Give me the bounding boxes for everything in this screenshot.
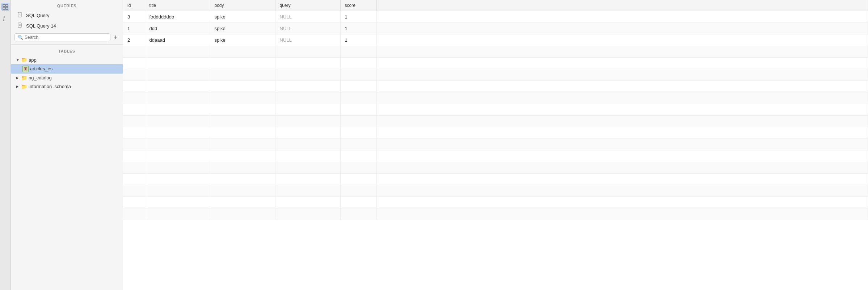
- folder-icon: 📁: [21, 57, 27, 63]
- cell-empty: [376, 174, 868, 185]
- cell-empty: [123, 116, 145, 127]
- search-input[interactable]: [25, 35, 107, 40]
- cell-empty: [145, 127, 210, 139]
- tree-group-information-schema[interactable]: ▶ 📁 information_schema: [11, 82, 123, 91]
- svg-rect-1: [6, 4, 8, 7]
- cell-empty: [275, 58, 340, 69]
- grid-icon-button[interactable]: [1, 3, 9, 11]
- svg-text:SQL: SQL: [19, 24, 22, 26]
- query-item-2[interactable]: SQL SQL Query 14: [11, 21, 123, 31]
- cell-empty: [340, 185, 376, 197]
- query-label-1: SQL Query: [26, 13, 50, 18]
- query-item-1[interactable]: SQL SQL Query: [11, 10, 123, 21]
- sidebar-divider: [11, 44, 123, 45]
- cell-empty: [145, 185, 210, 197]
- query-label-2: SQL Query 14: [26, 23, 56, 29]
- icon-sidebar: f: [0, 0, 11, 290]
- chevron-down-icon: ▼: [16, 58, 20, 62]
- cell-empty: [123, 92, 145, 104]
- cell-score: 1: [340, 23, 376, 34]
- cell-empty: [275, 208, 340, 220]
- col-header-title: title: [145, 0, 210, 11]
- cell-empty: [145, 208, 210, 220]
- cell-extra: [376, 23, 868, 34]
- cell-empty: [340, 150, 376, 162]
- cell-empty: [340, 104, 376, 116]
- table-row[interactable]: 2 ddaaad spike NULL 1: [123, 34, 868, 46]
- cell-empty: [275, 150, 340, 162]
- tree-group-app[interactable]: ▼ 📁 app: [11, 55, 123, 64]
- cell-empty: [340, 46, 376, 58]
- table-label-articles-es: articles_es: [30, 66, 52, 71]
- group-label-pg-catalog: pg_catalog: [29, 75, 52, 80]
- cell-empty: [275, 46, 340, 58]
- table-row-empty: [123, 46, 868, 58]
- col-header-id: id: [123, 0, 145, 11]
- cell-empty: [145, 46, 210, 58]
- cell-empty: [145, 174, 210, 185]
- tree-group-pg-catalog[interactable]: ▶ 📁 pg_catalog: [11, 74, 123, 82]
- function-icon-button[interactable]: f: [1, 14, 9, 22]
- cell-empty: [210, 197, 275, 208]
- cell-empty: [145, 116, 210, 127]
- cell-empty: [340, 92, 376, 104]
- cell-empty: [210, 92, 275, 104]
- cell-empty: [123, 185, 145, 197]
- cell-empty: [376, 150, 868, 162]
- search-icon: 🔍: [18, 35, 23, 40]
- table-row-empty: [123, 69, 868, 81]
- cell-empty: [340, 197, 376, 208]
- cell-empty: [275, 197, 340, 208]
- cell-empty: [123, 46, 145, 58]
- search-bar[interactable]: 🔍: [14, 33, 110, 41]
- table-row-empty: [123, 162, 868, 174]
- folder-icon-3: 📁: [21, 84, 27, 90]
- cell-empty: [210, 150, 275, 162]
- search-bar-container: 🔍 +: [11, 31, 123, 44]
- cell-title: ddd: [145, 23, 210, 34]
- cell-empty: [210, 104, 275, 116]
- queries-section-header: QUERIES: [11, 0, 123, 10]
- cell-query: NULL: [275, 34, 340, 46]
- cell-empty: [376, 139, 868, 150]
- data-table: id title body query score 3 fodddddddo s…: [123, 0, 868, 220]
- cell-empty: [376, 58, 868, 69]
- cell-id: 3: [123, 11, 145, 23]
- cell-empty: [340, 174, 376, 185]
- table-row[interactable]: 3 fodddddddo spike NULL 1: [123, 11, 868, 23]
- cell-empty: [210, 116, 275, 127]
- cell-empty: [210, 58, 275, 69]
- cell-title: ddaaad: [145, 34, 210, 46]
- cell-empty: [123, 81, 145, 92]
- col-header-extra: [376, 0, 868, 11]
- cell-empty: [275, 185, 340, 197]
- cell-empty: [340, 116, 376, 127]
- cell-empty: [210, 69, 275, 81]
- cell-empty: [210, 81, 275, 92]
- cell-empty: [275, 104, 340, 116]
- cell-empty: [275, 81, 340, 92]
- table-header-row: id title body query score: [123, 0, 868, 11]
- table-row-empty: [123, 139, 868, 150]
- group-label-app: app: [29, 57, 37, 63]
- cell-body: spike: [210, 11, 275, 23]
- cell-empty: [376, 81, 868, 92]
- cell-empty: [340, 208, 376, 220]
- sql-query-icon-2: SQL: [17, 22, 23, 29]
- tables-tree: ▼ 📁 app ⊞ articles_es ▶ 📁 pg_catalog ▶ 📁…: [11, 55, 123, 290]
- cell-empty: [210, 208, 275, 220]
- cell-empty: [376, 185, 868, 197]
- cell-empty: [210, 174, 275, 185]
- cell-extra: [376, 11, 868, 23]
- add-query-button[interactable]: +: [112, 34, 119, 41]
- col-header-body: body: [210, 0, 275, 11]
- cell-empty: [376, 92, 868, 104]
- table-row[interactable]: 1 ddd spike NULL 1: [123, 23, 868, 34]
- cell-empty: [210, 127, 275, 139]
- cell-empty: [145, 92, 210, 104]
- tree-item-articles-es[interactable]: ⊞ articles_es: [11, 64, 123, 74]
- cell-empty: [376, 197, 868, 208]
- table-row-empty: [123, 197, 868, 208]
- cell-empty: [340, 81, 376, 92]
- table-icon: ⊞: [22, 66, 29, 72]
